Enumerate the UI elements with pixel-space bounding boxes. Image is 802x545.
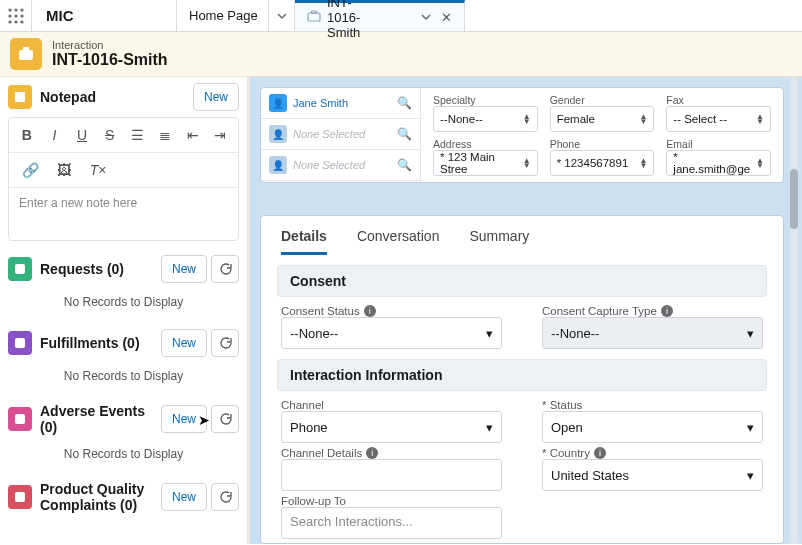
svg-point-7	[14, 20, 17, 23]
apps-launcher[interactable]	[0, 0, 32, 31]
specialty-select[interactable]: --None--▲▼	[433, 106, 538, 132]
link-button[interactable]: 🔗	[19, 159, 41, 181]
consent-capture-select[interactable]: --None--▾	[542, 317, 763, 349]
tab-record[interactable]: INT-1016-Smith ✕	[295, 0, 465, 31]
person-icon: 👤	[269, 156, 287, 174]
info-icon[interactable]: i	[366, 447, 378, 459]
svg-rect-12	[23, 47, 29, 51]
record-title: INT-1016-Smith	[52, 51, 168, 69]
panel-icon	[8, 257, 32, 281]
consent-capture-label: Consent Capture Type	[542, 305, 657, 317]
status-select[interactable]: Open▾	[542, 411, 763, 443]
record-type: Interaction	[52, 39, 168, 51]
svg-rect-11	[19, 50, 33, 60]
panel-new-button[interactable]: New	[161, 329, 207, 357]
panel-new-button[interactable]: New	[161, 255, 207, 283]
account-row-primary[interactable]: 👤 Jane Smith 🔍	[261, 88, 420, 119]
tab-details[interactable]: Details	[281, 228, 327, 255]
phone-label: Phone	[550, 138, 655, 150]
gender-select[interactable]: Female▲▼	[550, 106, 655, 132]
person-icon: 👤	[269, 94, 287, 112]
panel-title: Product Quality Complaints (0)	[40, 481, 161, 513]
panel-icon	[8, 485, 32, 509]
briefcase-icon	[307, 9, 321, 26]
svg-rect-14	[15, 264, 25, 274]
account-primary-name: Jane Smith	[293, 97, 397, 109]
search-icon[interactable]: 🔍	[397, 158, 412, 172]
consent-status-label: Consent Status	[281, 305, 360, 317]
status-label: * Status	[542, 399, 582, 411]
bold-button[interactable]: B	[19, 124, 35, 146]
panel-refresh-button[interactable]	[211, 255, 239, 283]
underline-button[interactable]: U	[74, 124, 90, 146]
tab-home-label: Home Page	[189, 8, 258, 23]
record-header: Interaction INT-1016-Smith	[0, 32, 802, 77]
tab-summary[interactable]: Summary	[469, 228, 529, 255]
panel-title: Fulfillments (0)	[40, 335, 161, 351]
svg-rect-13	[15, 92, 25, 102]
account-row-3[interactable]: 👤 None Selected 🔍	[261, 150, 420, 181]
app-title: MIC	[32, 0, 177, 31]
record-icon	[10, 38, 42, 70]
followup-input[interactable]: Search Interactions...	[281, 507, 502, 539]
svg-point-8	[20, 20, 23, 23]
panel-refresh-button[interactable]	[211, 405, 239, 433]
panel-title: Requests (0)	[40, 261, 161, 277]
svg-point-3	[8, 14, 11, 17]
scrollbar-thumb[interactable]	[790, 169, 798, 229]
clear-format-button[interactable]: T×	[87, 159, 109, 181]
account-fields-card: 👤 Jane Smith 🔍 👤 None Selected 🔍 👤 None …	[260, 87, 784, 183]
notepad-new-button[interactable]: New	[193, 83, 239, 111]
address-select[interactable]: * 123 Main Stree▲▼	[433, 150, 538, 176]
tab-conversation[interactable]: Conversation	[357, 228, 440, 255]
panel-refresh-button[interactable]	[211, 329, 239, 357]
details-card: Details Conversation Summary Consent Con…	[260, 215, 784, 544]
panel-refresh-button[interactable]	[211, 483, 239, 511]
channel-details-input[interactable]	[281, 459, 502, 491]
scrollbar-track	[790, 77, 798, 544]
info-icon[interactable]: i	[594, 447, 606, 459]
image-button[interactable]: 🖼	[53, 159, 75, 181]
svg-rect-9	[308, 13, 320, 21]
strike-button[interactable]: S	[102, 124, 118, 146]
svg-point-2	[20, 8, 23, 11]
bullet-list-button[interactable]: ☰	[130, 124, 146, 146]
country-label: * Country	[542, 447, 590, 459]
panel-new-button[interactable]: New	[161, 483, 207, 511]
fax-select[interactable]: -- Select --▲▼	[666, 106, 771, 132]
tab-close-icon[interactable]: ✕	[441, 10, 452, 25]
followup-label: Follow-up To	[281, 495, 346, 507]
svg-rect-16	[15, 414, 25, 424]
tab-home-menu[interactable]	[268, 0, 294, 31]
gender-label: Gender	[550, 94, 655, 106]
note-textarea[interactable]: Enter a new note here	[9, 188, 238, 240]
account-2-label: None Selected	[293, 128, 397, 140]
indent-button[interactable]: ⇥	[212, 124, 228, 146]
outdent-button[interactable]: ⇤	[185, 124, 201, 146]
info-icon[interactable]: i	[364, 305, 376, 317]
channel-details-label: Channel Details	[281, 447, 362, 459]
country-select[interactable]: United States▾	[542, 459, 763, 491]
svg-rect-17	[15, 492, 25, 502]
section-consent: Consent	[277, 265, 767, 297]
italic-button[interactable]: I	[47, 124, 63, 146]
search-icon[interactable]: 🔍	[397, 96, 412, 110]
tab-home[interactable]: Home Page	[177, 0, 295, 31]
account-row-2[interactable]: 👤 None Selected 🔍	[261, 119, 420, 150]
panel-empty: No Records to Display	[0, 363, 247, 397]
numbered-list-button[interactable]: ≣	[157, 124, 173, 146]
panel-icon	[8, 407, 32, 431]
consent-status-select[interactable]: --None--▾	[281, 317, 502, 349]
panel-empty: No Records to Display	[0, 441, 247, 475]
specialty-label: Specialty	[433, 94, 538, 106]
notepad-icon	[8, 85, 32, 109]
notepad-title: Notepad	[40, 89, 193, 105]
search-icon[interactable]: 🔍	[397, 127, 412, 141]
tab-record-menu[interactable]	[421, 10, 431, 25]
email-select[interactable]: * jane.smith@ge▲▼	[666, 150, 771, 176]
info-icon[interactable]: i	[661, 305, 673, 317]
svg-point-1	[14, 8, 17, 11]
phone-select[interactable]: * 1234567891▲▼	[550, 150, 655, 176]
channel-select[interactable]: Phone▾	[281, 411, 502, 443]
svg-point-0	[8, 8, 11, 11]
